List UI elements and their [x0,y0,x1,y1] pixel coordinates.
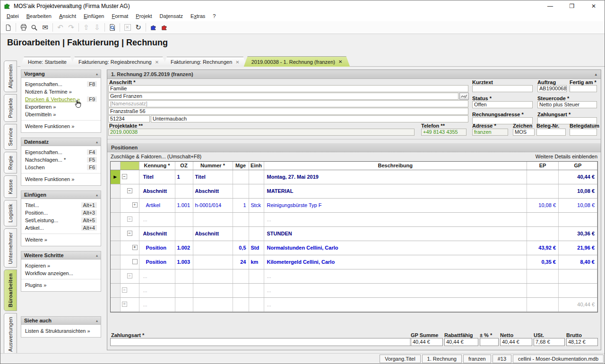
print-preview-icon[interactable] [29,22,40,33]
tree-cell[interactable]: » [120,269,139,283]
zeichen-field[interactable]: MOS [513,129,535,136]
cell-oz[interactable]: 1.002 [175,241,193,255]
sidebar-item-setleistung[interactable]: Set/Leistung...Alt+5 [21,217,101,224]
total-value[interactable] [480,338,499,346]
report-preview-icon[interactable] [107,22,118,33]
sidebar-item-eigenschaften[interactable]: Eigenschaften...F8 [21,80,101,88]
cell-ep[interactable] [527,283,559,297]
sidebar-section-header[interactable]: Datensatz▴ [21,138,101,146]
row-selector[interactable] [111,212,120,226]
col-ep[interactable]: EP [527,162,559,170]
cell-gp[interactable]: 10,08 € [559,184,597,198]
cell-beschreibung[interactable]: Montag, 27. Mai 2019 [264,170,527,184]
cell-nummer[interactable] [193,297,233,312]
cell-gp[interactable]: 8,40 € [559,255,597,269]
cell-mge[interactable] [233,283,249,297]
sidebar-item-nachschlagen[interactable]: Nachschlagen... *F5 [21,156,101,164]
auftrag-field[interactable]: AB1900068 [537,85,567,92]
cell-einh[interactable]: Stck [249,198,264,212]
tree-chev-icon[interactable]: » [122,287,127,293]
cell-einh[interactable] [249,297,264,312]
total-value[interactable]: 40,44 € [411,338,443,346]
col-einh[interactable]: Einh [249,162,264,170]
cell-mge[interactable]: 1 [233,198,249,212]
cell-beschreibung[interactable]: Reinigungsbürste Typ F [264,198,527,212]
tab-1[interactable]: Home: Startseite [20,57,74,67]
cell-ep[interactable]: 0,35 € [527,255,559,269]
cell-kennung[interactable]: ... [139,297,175,312]
workspace-tab-logistik[interactable]: Logistik [4,200,17,226]
sidebar-section-header[interactable]: Weitere Schritte▴ [21,251,101,260]
status-field[interactable]: Offen [472,101,533,108]
tree-cell[interactable]: + [120,241,139,255]
cell-kennung[interactable]: Abschnitt [139,184,175,198]
workspace-tab-regie[interactable]: Regie [4,152,17,173]
cell-einh[interactable] [249,283,264,297]
tree-plus-icon[interactable]: + [132,202,138,208]
plz-field[interactable]: 51234 [108,115,150,122]
sidebar-item-artikel[interactable]: Artikel...Alt+4 [21,224,101,232]
maximize-button[interactable]: ❐ [561,0,583,12]
cell-oz[interactable] [175,226,193,241]
menu-item-einfgen[interactable]: Einfügen [80,12,108,21]
cell-kennung[interactable]: Abschnitt [139,226,175,241]
cell-gp[interactable]: 21,96 € [559,241,597,255]
col-oz[interactable]: OZ [175,162,193,170]
tree-cell[interactable]: − [120,170,139,184]
menu-item-projekt[interactable]: Projekt [132,12,156,21]
table-row-9[interactable]: »...... [111,283,597,297]
cell-gp[interactable]: 40,44 € [559,170,597,184]
tab-close-icon[interactable]: ✕ [235,60,239,65]
cell-beschreibung[interactable]: Normalstunden Cellini, Carlo [264,241,527,255]
cell-mge[interactable] [233,269,249,283]
sidebar-item-workflowanzeigen[interactable]: Workflow anzeigen... [21,269,101,277]
tab-close-icon[interactable]: ✕ [338,59,342,64]
cell-oz[interactable] [175,212,193,226]
cell-oz[interactable]: 1 [175,170,193,184]
cell-beschreibung[interactable]: ... [264,212,527,226]
sidebar-item-lschen[interactable]: LöschenF6 [21,164,101,171]
workspace-tab-auswertungen[interactable]: Auswertungen [4,313,17,355]
cell-kennung[interactable]: Position [139,255,175,269]
sidebar-item-exportieren[interactable]: Exportieren » [21,103,101,111]
cell-beschreibung[interactable]: STUNDEN [264,226,527,241]
sidebar-section-header[interactable]: Vorgang▴ [21,69,101,78]
namenszusatz-field[interactable]: [Namenszusatz] [108,100,468,107]
tree-cell[interactable]: » [120,212,139,226]
strasse-field[interactable]: Franzstraße 56 [108,108,468,115]
cell-beschreibung[interactable]: ... [264,283,527,297]
tab-4[interactable]: 2019.00038 - 1. Rechnung (franzen)✕ [244,56,350,67]
collapse-section-icon[interactable]: ▴ [595,72,597,77]
cell-einh[interactable]: km [249,255,264,269]
cell-mge[interactable] [233,297,249,312]
cell-ep[interactable] [527,212,559,226]
sidebar-item-weiterefunktionen[interactable]: Weitere Funktionen » [21,122,101,130]
cell-beschreibung[interactable]: Kilometergeld Cellini, Carlo [264,255,527,269]
workspace-tab-unternehmer[interactable]: Unternehmer [4,228,17,268]
col-gp[interactable]: GP [559,162,597,170]
cell-nummer[interactable] [193,255,233,269]
cell-einh[interactable] [249,269,264,283]
menu-item-datei[interactable]: Datei [3,12,23,21]
sidebar-item-titel[interactable]: Titel...Alt+1 [21,201,101,209]
sidebar-section-header[interactable]: Einfügen▴ [21,191,101,199]
cell-mge[interactable]: 0,5 [233,241,249,255]
table-row-10[interactable]: ✳......40,44 € [111,297,597,312]
cell-nummer[interactable]: Abschnitt [193,226,233,241]
sidebar-item-weitere[interactable]: Weitere » [21,236,101,243]
cell-ep[interactable] [527,226,559,241]
close-button[interactable]: ✕ [583,0,605,12]
cell-beschreibung[interactable]: MATERIAL [264,184,527,198]
row-selector[interactable] [111,241,120,255]
table-row-8[interactable]: »...... [111,269,597,283]
cell-ep[interactable] [527,297,559,312]
row-selector[interactable] [111,226,120,241]
beleg-nr-field[interactable] [536,129,566,136]
cell-mge[interactable] [233,212,249,226]
total-value[interactable]: 40,44 € [444,338,478,346]
tree-minus-icon[interactable]: − [122,174,127,179]
cell-ep[interactable]: 10,08 € [527,198,559,212]
tree-cell[interactable] [120,255,139,269]
col-nummer[interactable]: Nummer * [193,162,233,170]
plugin-blue-icon[interactable] [148,22,159,33]
